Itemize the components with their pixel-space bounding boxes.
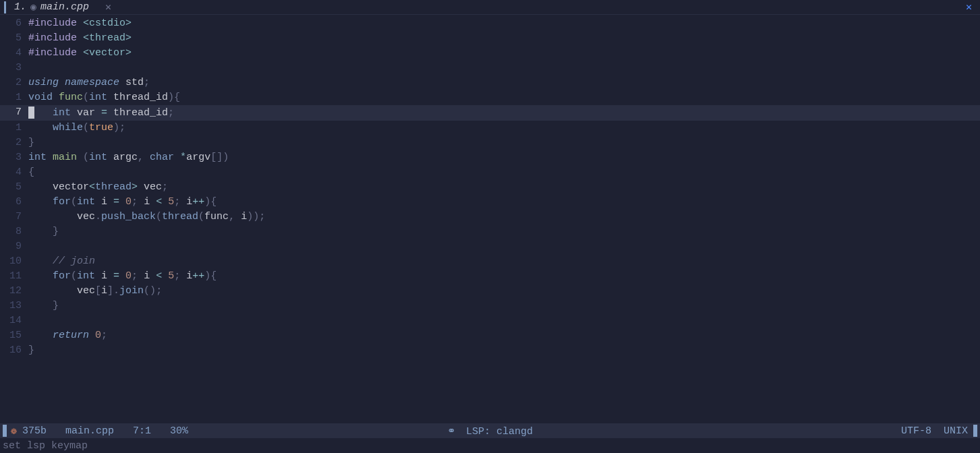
line-number: 3 [0, 150, 28, 165]
code-line[interactable]: 6#include <cstdio> [0, 16, 980, 31]
code-line[interactable]: 4#include <vector> [0, 46, 980, 61]
code-line[interactable]: 4{ [0, 165, 980, 180]
line-number: 1 [0, 90, 28, 105]
code-content[interactable]: void func(int thread_id){ [28, 90, 180, 105]
tab-number: 1. [14, 1, 26, 13]
lsp-link-icon: ⚭ [447, 426, 456, 437]
code-content[interactable]: while(true); [28, 121, 125, 135]
code-line[interactable]: 7 int var = thread_id; [0, 105, 980, 121]
status-lsp: ⚭ LSP: clangd [447, 425, 533, 437]
line-number: 2 [0, 135, 28, 150]
line-number: 13 [0, 299, 28, 313]
code-line[interactable]: 11 for(int i = 0; i < 5; i++){ [0, 269, 980, 284]
code-line[interactable]: 8 } [0, 224, 980, 239]
status-filesize: 375b [22, 425, 47, 437]
line-number: 3 [0, 61, 28, 76]
tab-close-icon[interactable]: ✕ [105, 1, 111, 13]
status-encoding: UTF-8 [901, 425, 931, 437]
line-number: 10 [0, 254, 28, 269]
code-content[interactable]: } [28, 299, 59, 313]
status-fileformat: UNIX [944, 425, 968, 437]
line-number: 12 [0, 284, 28, 299]
code-content[interactable]: } [28, 224, 59, 239]
code-line[interactable]: 12 vec[i].join(); [0, 284, 980, 299]
code-content[interactable]: { [28, 165, 34, 180]
status-bar: ❁ 375b main.cpp 7:1 30% ⚭ LSP: clangd UT… [0, 423, 980, 438]
code-content[interactable]: } [28, 343, 34, 358]
code-content[interactable]: vec.push_back(thread(func, i)); [28, 210, 265, 224]
code-content[interactable]: } [28, 135, 34, 150]
line-number: 11 [0, 269, 28, 284]
window-close-icon[interactable]: ✕ [966, 1, 972, 13]
line-number: 5 [0, 31, 28, 46]
code-content[interactable]: vec[i].join(); [28, 284, 162, 299]
code-line[interactable]: 13 } [0, 299, 980, 313]
code-content[interactable]: #include <cstdio> [28, 16, 132, 31]
status-left-indicator [3, 425, 7, 437]
code-content[interactable]: vector<thread> vec; [28, 180, 168, 195]
line-number: 4 [0, 165, 28, 180]
code-line[interactable]: 3 [0, 61, 980, 76]
code-line[interactable]: 15 return 0; [0, 328, 980, 343]
status-right-indicator [973, 425, 977, 437]
code-line[interactable]: 5#include <thread> [0, 31, 980, 46]
code-line[interactable]: 2} [0, 135, 980, 150]
code-line[interactable]: 2using namespace std; [0, 76, 980, 90]
code-content[interactable]: int var = thread_id; [28, 105, 174, 121]
code-line[interactable]: 1 while(true); [0, 121, 980, 135]
tab-filename[interactable]: main.cpp [40, 1, 89, 13]
line-number: 15 [0, 328, 28, 343]
command-line[interactable]: set lsp keymap [0, 438, 980, 453]
command-line-text: set lsp keymap [3, 440, 88, 452]
status-cursor-position: 7:1 [133, 425, 151, 437]
code-editor[interactable]: 6#include <cstdio>5#include <thread>4#in… [0, 15, 980, 423]
code-line[interactable]: 7 vec.push_back(thread(func, i)); [0, 210, 980, 224]
tab-bar: 1. ◉ main.cpp ✕ ✕ [0, 0, 980, 15]
status-percent: 30% [170, 425, 188, 437]
code-line[interactable]: 5 vector<thread> vec; [0, 180, 980, 195]
line-number: 4 [0, 46, 28, 61]
line-number: 7 [0, 210, 28, 224]
line-number: 5 [0, 180, 28, 195]
line-number: 9 [0, 239, 28, 254]
status-flower-icon: ❁ [11, 425, 17, 437]
line-number: 16 [0, 343, 28, 358]
code-content[interactable]: using namespace std; [28, 76, 150, 90]
code-content[interactable]: for(int i = 0; i < 5; i++){ [28, 269, 217, 284]
line-number: 14 [0, 313, 28, 328]
code-content[interactable]: int main (int argc, char *argv[]) [28, 150, 229, 165]
code-line[interactable]: 1void func(int thread_id){ [0, 90, 980, 105]
cpp-file-icon: ◉ [30, 1, 36, 13]
code-content[interactable]: #include <thread> [28, 31, 132, 46]
code-content[interactable]: // join [28, 254, 95, 269]
line-number: 6 [0, 195, 28, 210]
line-number: 2 [0, 76, 28, 90]
tab-active-indicator [4, 1, 6, 13]
code-line[interactable]: 6 for(int i = 0; i < 5; i++){ [0, 195, 980, 210]
code-content[interactable]: for(int i = 0; i < 5; i++){ [28, 195, 217, 210]
code-line[interactable]: 10 // join [0, 254, 980, 269]
status-filename: main.cpp [65, 425, 114, 437]
line-number: 8 [0, 224, 28, 239]
line-number: 1 [0, 121, 28, 135]
line-number: 7 [0, 105, 28, 121]
code-line[interactable]: 3int main (int argc, char *argv[]) [0, 150, 980, 165]
line-number: 6 [0, 16, 28, 31]
code-content[interactable]: return 0; [28, 328, 107, 343]
code-line[interactable]: 16} [0, 343, 980, 358]
code-line[interactable]: 9 [0, 239, 980, 254]
code-content[interactable]: #include <vector> [28, 46, 132, 61]
code-line[interactable]: 14 [0, 313, 980, 328]
text-cursor [28, 107, 34, 119]
